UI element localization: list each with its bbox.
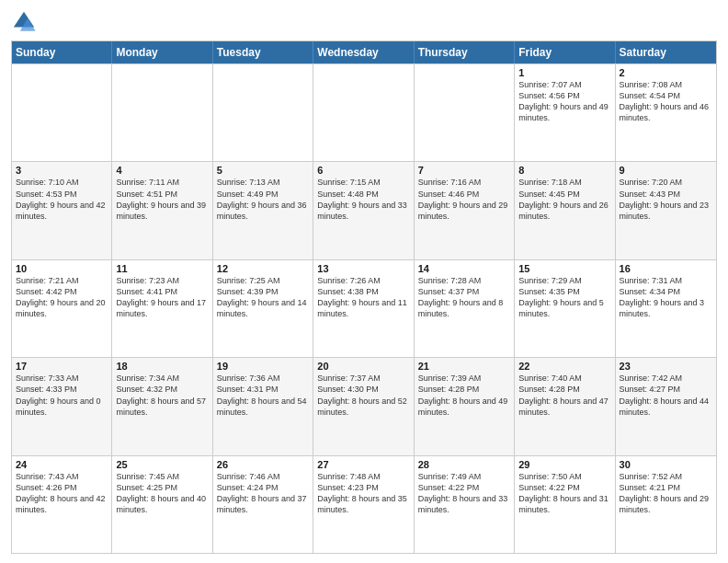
day-num-22: 22: [518, 361, 610, 372]
day-num-21: 21: [418, 361, 510, 372]
cal-cell-r2-c5: 15Sunrise: 7:29 AM Sunset: 4:35 PM Dayli…: [515, 260, 615, 357]
header-monday: Monday: [112, 41, 212, 63]
cal-cell-r0-c2: [213, 64, 313, 161]
header-friday: Friday: [515, 41, 615, 63]
cal-cell-r3-c0: 17Sunrise: 7:33 AM Sunset: 4:33 PM Dayli…: [12, 358, 112, 454]
day-num-28: 28: [418, 459, 510, 470]
cal-cell-r4-c4: 28Sunrise: 7:49 AM Sunset: 4:22 PM Dayli…: [415, 456, 515, 553]
cell-text-13: Sunrise: 7:26 AM Sunset: 4:38 PM Dayligh…: [317, 275, 409, 320]
day-num-2: 2: [620, 67, 712, 78]
cal-cell-r1-c1: 4Sunrise: 7:11 AM Sunset: 4:51 PM Daylig…: [112, 162, 212, 259]
cell-text-14: Sunrise: 7:28 AM Sunset: 4:37 PM Dayligh…: [418, 275, 510, 320]
cal-row-4: 24Sunrise: 7:43 AM Sunset: 4:26 PM Dayli…: [12, 455, 716, 553]
cal-cell-r2-c3: 13Sunrise: 7:26 AM Sunset: 4:38 PM Dayli…: [313, 260, 414, 357]
cell-text-21: Sunrise: 7:39 AM Sunset: 4:28 PM Dayligh…: [418, 373, 510, 418]
day-num-18: 18: [116, 361, 208, 372]
header: [11, 9, 717, 35]
calendar: Sunday Monday Tuesday Wednesday Thursday…: [11, 40, 717, 554]
day-num-30: 30: [620, 459, 712, 470]
day-num-5: 5: [217, 165, 309, 176]
cal-row-3: 17Sunrise: 7:33 AM Sunset: 4:33 PM Dayli…: [12, 357, 716, 454]
cell-text-18: Sunrise: 7:34 AM Sunset: 4:32 PM Dayligh…: [116, 373, 208, 418]
cal-cell-r2-c1: 11Sunrise: 7:23 AM Sunset: 4:41 PM Dayli…: [112, 260, 212, 357]
day-num-9: 9: [620, 165, 712, 176]
cell-text-27: Sunrise: 7:48 AM Sunset: 4:23 PM Dayligh…: [317, 471, 409, 516]
cal-cell-r0-c4: [415, 64, 515, 161]
cal-cell-r3-c3: 20Sunrise: 7:37 AM Sunset: 4:30 PM Dayli…: [313, 358, 414, 454]
calendar-body: 1Sunrise: 7:07 AM Sunset: 4:56 PM Daylig…: [12, 63, 716, 553]
cell-text-24: Sunrise: 7:43 AM Sunset: 4:26 PM Dayligh…: [16, 471, 108, 516]
day-num-10: 10: [16, 263, 108, 274]
day-num-27: 27: [317, 459, 409, 470]
cell-text-12: Sunrise: 7:25 AM Sunset: 4:39 PM Dayligh…: [217, 275, 309, 320]
cell-text-7: Sunrise: 7:16 AM Sunset: 4:46 PM Dayligh…: [418, 177, 510, 222]
cal-cell-r0-c1: [112, 64, 212, 161]
day-num-13: 13: [317, 263, 409, 274]
cal-cell-r0-c5: 1Sunrise: 7:07 AM Sunset: 4:56 PM Daylig…: [515, 64, 615, 161]
day-num-7: 7: [418, 165, 510, 176]
cell-text-11: Sunrise: 7:23 AM Sunset: 4:41 PM Dayligh…: [116, 275, 208, 320]
cal-cell-r4-c5: 29Sunrise: 7:50 AM Sunset: 4:22 PM Dayli…: [515, 456, 615, 553]
day-num-8: 8: [518, 165, 610, 176]
cell-text-28: Sunrise: 7:49 AM Sunset: 4:22 PM Dayligh…: [418, 471, 510, 516]
cell-text-3: Sunrise: 7:10 AM Sunset: 4:53 PM Dayligh…: [16, 177, 108, 222]
cell-text-9: Sunrise: 7:20 AM Sunset: 4:43 PM Dayligh…: [620, 177, 712, 222]
cal-cell-r1-c6: 9Sunrise: 7:20 AM Sunset: 4:43 PM Daylig…: [616, 162, 716, 259]
day-num-1: 1: [518, 67, 610, 78]
day-num-6: 6: [317, 165, 409, 176]
cell-text-20: Sunrise: 7:37 AM Sunset: 4:30 PM Dayligh…: [317, 373, 409, 418]
logo-icon: [11, 9, 37, 35]
cal-cell-r4-c3: 27Sunrise: 7:48 AM Sunset: 4:23 PM Dayli…: [313, 456, 414, 553]
cal-cell-r3-c5: 22Sunrise: 7:40 AM Sunset: 4:28 PM Dayli…: [515, 358, 615, 454]
cal-cell-r3-c4: 21Sunrise: 7:39 AM Sunset: 4:28 PM Dayli…: [415, 358, 515, 454]
cal-cell-r4-c1: 25Sunrise: 7:45 AM Sunset: 4:25 PM Dayli…: [112, 456, 212, 553]
logo: [11, 9, 40, 35]
day-num-12: 12: [217, 263, 309, 274]
cal-cell-r3-c6: 23Sunrise: 7:42 AM Sunset: 4:27 PM Dayli…: [616, 358, 716, 454]
day-num-17: 17: [16, 361, 108, 372]
cal-cell-r3-c1: 18Sunrise: 7:34 AM Sunset: 4:32 PM Dayli…: [112, 358, 212, 454]
cal-cell-r3-c2: 19Sunrise: 7:36 AM Sunset: 4:31 PM Dayli…: [213, 358, 313, 454]
header-thursday: Thursday: [415, 41, 515, 63]
day-num-20: 20: [317, 361, 409, 372]
cell-text-10: Sunrise: 7:21 AM Sunset: 4:42 PM Dayligh…: [16, 275, 108, 320]
cal-cell-r1-c5: 8Sunrise: 7:18 AM Sunset: 4:45 PM Daylig…: [515, 162, 615, 259]
day-num-24: 24: [16, 459, 108, 470]
cell-text-2: Sunrise: 7:08 AM Sunset: 4:54 PM Dayligh…: [620, 79, 712, 124]
cell-text-16: Sunrise: 7:31 AM Sunset: 4:34 PM Dayligh…: [620, 275, 712, 320]
cell-text-6: Sunrise: 7:15 AM Sunset: 4:48 PM Dayligh…: [317, 177, 409, 222]
cal-cell-r0-c6: 2Sunrise: 7:08 AM Sunset: 4:54 PM Daylig…: [616, 64, 716, 161]
day-num-11: 11: [116, 263, 208, 274]
cal-row-0: 1Sunrise: 7:07 AM Sunset: 4:56 PM Daylig…: [12, 63, 716, 161]
cell-text-30: Sunrise: 7:52 AM Sunset: 4:21 PM Dayligh…: [620, 471, 712, 516]
cal-cell-r2-c2: 12Sunrise: 7:25 AM Sunset: 4:39 PM Dayli…: [213, 260, 313, 357]
cell-text-29: Sunrise: 7:50 AM Sunset: 4:22 PM Dayligh…: [518, 471, 610, 516]
cell-text-22: Sunrise: 7:40 AM Sunset: 4:28 PM Dayligh…: [518, 373, 610, 418]
cal-cell-r1-c3: 6Sunrise: 7:15 AM Sunset: 4:48 PM Daylig…: [313, 162, 414, 259]
day-num-23: 23: [620, 361, 712, 372]
day-num-26: 26: [217, 459, 309, 470]
cal-cell-r2-c4: 14Sunrise: 7:28 AM Sunset: 4:37 PM Dayli…: [415, 260, 515, 357]
cal-cell-r1-c4: 7Sunrise: 7:16 AM Sunset: 4:46 PM Daylig…: [415, 162, 515, 259]
cal-cell-r0-c0: [12, 64, 112, 161]
cal-cell-r1-c2: 5Sunrise: 7:13 AM Sunset: 4:49 PM Daylig…: [213, 162, 313, 259]
day-num-4: 4: [116, 165, 208, 176]
cal-cell-r4-c0: 24Sunrise: 7:43 AM Sunset: 4:26 PM Dayli…: [12, 456, 112, 553]
cal-row-1: 3Sunrise: 7:10 AM Sunset: 4:53 PM Daylig…: [12, 161, 716, 259]
cell-text-8: Sunrise: 7:18 AM Sunset: 4:45 PM Dayligh…: [518, 177, 610, 222]
cal-cell-r4-c6: 30Sunrise: 7:52 AM Sunset: 4:21 PM Dayli…: [616, 456, 716, 553]
cell-text-19: Sunrise: 7:36 AM Sunset: 4:31 PM Dayligh…: [217, 373, 309, 418]
cal-cell-r1-c0: 3Sunrise: 7:10 AM Sunset: 4:53 PM Daylig…: [12, 162, 112, 259]
cell-text-25: Sunrise: 7:45 AM Sunset: 4:25 PM Dayligh…: [116, 471, 208, 516]
cell-text-1: Sunrise: 7:07 AM Sunset: 4:56 PM Dayligh…: [518, 79, 610, 124]
header-wednesday: Wednesday: [313, 41, 414, 63]
calendar-header: Sunday Monday Tuesday Wednesday Thursday…: [12, 41, 716, 63]
day-num-3: 3: [16, 165, 108, 176]
day-num-25: 25: [116, 459, 208, 470]
header-tuesday: Tuesday: [213, 41, 313, 63]
cal-cell-r2-c0: 10Sunrise: 7:21 AM Sunset: 4:42 PM Dayli…: [12, 260, 112, 357]
cell-text-5: Sunrise: 7:13 AM Sunset: 4:49 PM Dayligh…: [217, 177, 309, 222]
day-num-19: 19: [217, 361, 309, 372]
cal-row-2: 10Sunrise: 7:21 AM Sunset: 4:42 PM Dayli…: [12, 259, 716, 357]
cell-text-4: Sunrise: 7:11 AM Sunset: 4:51 PM Dayligh…: [116, 177, 208, 222]
